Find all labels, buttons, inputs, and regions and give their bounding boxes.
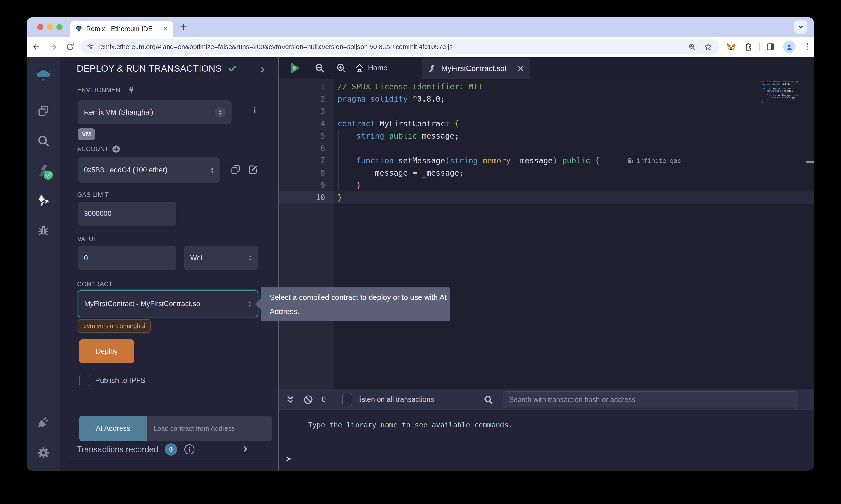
environment-info-icon[interactable]: i — [254, 105, 256, 115]
compile-success-badge — [43, 170, 53, 180]
tab-close-icon[interactable] — [162, 26, 168, 32]
tab-search-chevron-button[interactable] — [794, 20, 807, 34]
publish-ipfs-checkbox[interactable] — [79, 375, 90, 386]
terminal-search-icon — [483, 394, 494, 405]
browser-window: Remix - Ethereum IDE — [27, 17, 814, 471]
panel-check-icon — [227, 64, 238, 74]
url-bar[interactable]: remix.ethereum.org/#lang=en&optimize=fal… — [81, 39, 719, 54]
deploy-run-icon[interactable] — [36, 194, 51, 208]
deploy-button[interactable]: Deploy — [79, 339, 134, 363]
contract-select[interactable]: MyFirstContract - MyFirstContract.so ▲▼ — [78, 290, 258, 317]
chevron-down-icon — [797, 23, 804, 30]
panel-splitter-line — [278, 57, 279, 471]
code-line-5[interactable]: 5 string public message; — [279, 130, 814, 142]
listen-transactions-checkbox[interactable] — [342, 394, 353, 406]
value-unit-select[interactable]: Wei ▲▼ — [184, 246, 258, 270]
code-text: message = _message; — [338, 168, 464, 177]
line-number: 3 — [279, 105, 334, 117]
browser-tabstrip: Remix - Ethereum IDE — [27, 17, 814, 37]
line-number: 4 — [279, 117, 334, 130]
code-editor[interactable]: 1// SPDX-License-Identifier: MIT2pragma … — [279, 79, 814, 389]
terminal-search-input[interactable] — [503, 392, 799, 408]
transactions-expand-chevron-icon[interactable] — [241, 445, 249, 453]
zoom-page-icon[interactable] — [688, 43, 696, 51]
zoom-in-icon[interactable] — [336, 62, 347, 74]
account-select[interactable]: 0x5B3...eddC4 (100 ether) ▲▼ — [78, 158, 220, 183]
minimize-window-button[interactable] — [47, 24, 53, 30]
line-number: 1 — [279, 80, 334, 93]
home-icon — [355, 63, 364, 73]
code-line-4[interactable]: 4contract MyFirstContract { — [279, 117, 814, 130]
metamask-icon[interactable] — [726, 41, 737, 52]
profile-avatar[interactable] — [783, 41, 795, 53]
file-explorer-icon[interactable] — [37, 104, 50, 118]
browser-menu-icon[interactable] — [803, 42, 812, 52]
terminal-prompt: > — [286, 454, 291, 463]
indent-guide — [357, 167, 357, 179]
environment-plug-icon[interactable] — [127, 86, 136, 94]
clear-console-icon[interactable] — [303, 394, 313, 405]
code-line-2[interactable]: 2pragma solidity ^0.8.0; — [279, 93, 814, 105]
panel-divider — [67, 462, 273, 462]
evm-version-badge: evm version: shanghai — [78, 319, 151, 333]
remix-favicon — [75, 25, 83, 32]
tab-title: Remix - Ethereum IDE — [86, 25, 162, 33]
at-address-input[interactable] — [147, 416, 273, 441]
panel-expand-chevron-icon[interactable] — [259, 66, 267, 73]
code-line-1[interactable]: 1// SPDX-License-Identifier: MIT — [279, 80, 814, 93]
solidity-compiler-icon[interactable] — [36, 163, 51, 177]
terminal-expand-icon[interactable] — [286, 395, 295, 404]
remix-logo-icon[interactable] — [35, 67, 52, 84]
value-input[interactable] — [78, 246, 176, 270]
gas-limit-input[interactable] — [78, 202, 176, 226]
code-text: string public message; — [338, 131, 459, 140]
browser-toolbar: remix.ethereum.org/#lang=en&optimize=fal… — [27, 37, 814, 57]
code-line-6[interactable]: 6 — [279, 142, 814, 154]
forward-icon[interactable] — [49, 42, 58, 51]
settings-gear-icon[interactable] — [36, 446, 51, 460]
code-line-10[interactable]: 10} — [279, 191, 814, 204]
copy-account-icon[interactable] — [230, 164, 241, 175]
indent-guide — [338, 130, 339, 191]
sign-message-icon[interactable] — [247, 164, 259, 175]
code-line-3[interactable]: 3 — [279, 105, 814, 117]
tab-home[interactable]: Home — [355, 57, 388, 79]
side-panel-icon[interactable] — [766, 42, 775, 52]
close-tab-icon[interactable] — [516, 65, 525, 73]
environment-select[interactable]: Remix VM (Shanghai) ▲▼ — [78, 101, 231, 124]
code-line-8[interactable]: 8 message = _message; — [279, 167, 814, 179]
editor-scrollbar-thumb[interactable] — [806, 161, 814, 163]
reload-icon[interactable] — [66, 42, 75, 51]
search-icon[interactable] — [37, 134, 50, 148]
transactions-recorded-label: Transactions recorded — [77, 445, 158, 454]
close-window-button[interactable] — [37, 24, 44, 30]
person-icon — [786, 43, 793, 51]
add-account-icon[interactable] — [112, 145, 120, 154]
plugin-manager-icon[interactable] — [36, 415, 51, 429]
line-number: 2 — [279, 93, 334, 105]
code-line-9[interactable]: 9 } — [279, 179, 814, 191]
browser-tab[interactable]: Remix - Ethereum IDE — [70, 21, 173, 37]
line-number: 10 — [279, 191, 334, 204]
zoom-window-button[interactable] — [56, 24, 63, 30]
tab-myfirstcontract[interactable]: MyFirstContract.sol — [422, 58, 530, 79]
line-number: 8 — [279, 167, 334, 179]
select-arrows-icon: ▲▼ — [215, 107, 226, 118]
code-text: } — [338, 181, 361, 190]
contract-tooltip: Select a compiled contract to deploy or … — [260, 287, 450, 321]
at-address-button[interactable]: At Address — [79, 416, 147, 441]
zoom-out-icon[interactable] — [314, 62, 325, 74]
editor-minimap[interactable]: // SPDX-License-Identifier: MITpragma so… — [762, 80, 798, 103]
back-icon[interactable] — [32, 42, 41, 51]
solidity-file-icon — [427, 64, 436, 73]
run-script-button[interactable] — [288, 61, 301, 75]
code-line-7[interactable]: 7 function setMessage(string memory _mes… — [279, 154, 814, 167]
transactions-info-icon[interactable] — [184, 444, 195, 455]
debugger-icon[interactable] — [37, 223, 50, 237]
site-settings-icon[interactable] — [86, 43, 94, 51]
terminal[interactable]: Type the library name to see available c… — [279, 410, 814, 471]
bookmark-star-icon[interactable] — [704, 42, 713, 51]
new-tab-button[interactable] — [179, 23, 188, 31]
vm-badge: VM — [78, 128, 95, 140]
extensions-icon[interactable] — [743, 42, 753, 52]
